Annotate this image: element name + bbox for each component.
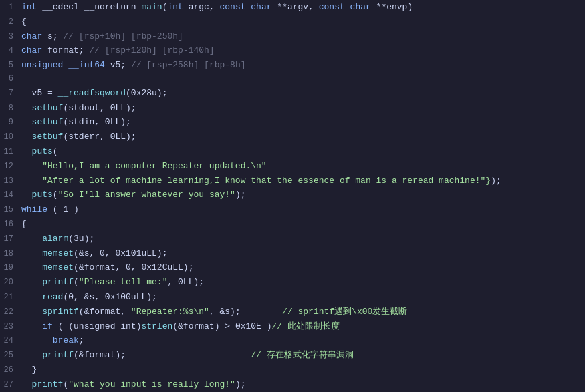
code-line: 20 printf("Please tell me:", 0LL);: [0, 275, 585, 290]
plain-token: , &s);: [209, 307, 282, 317]
line-number: 16: [0, 218, 19, 232]
line-content: break;: [19, 333, 585, 347]
code-line: 13 "After a lot of machine learning,I kn…: [0, 174, 585, 188]
code-editor: 1int __cdecl __noreturn main(int argc, c…: [0, 0, 585, 392]
line-number: 8: [0, 102, 19, 116]
plain-token: (stderr, 0LL);: [63, 132, 136, 142]
line-content: printf(&format); // 存在格式化字符串漏洞: [19, 348, 585, 362]
line-number: 27: [0, 379, 19, 392]
line-content: printf("what you input is really long!")…: [19, 377, 585, 391]
keyword-token: break: [53, 335, 79, 345]
line-content: alarm(3u);: [19, 232, 585, 246]
line-number: 26: [0, 364, 19, 377]
plain-token: [21, 321, 42, 331]
line-content: sprintf(&format, "Repeater:%s\n", &s); /…: [19, 305, 585, 319]
function-token: sprintf: [42, 307, 79, 317]
plain-token: (&format);: [74, 350, 251, 360]
code-line: 25 printf(&format); // 存在格式化字符串漏洞: [0, 348, 585, 363]
function-token: printf: [32, 379, 64, 389]
line-number: 13: [0, 175, 19, 188]
line-number: 23: [0, 321, 19, 334]
string-token: "Repeater:%s\n": [131, 307, 209, 317]
line-content: "After a lot of machine learning,I know …: [19, 174, 585, 188]
plain-token: (&format, 0, 0x12CuLL);: [74, 262, 193, 272]
line-content: unsigned __int64 v5; // [rsp+258h] [rbp-…: [19, 58, 585, 72]
line-number: 3: [0, 31, 19, 44]
line-number: 20: [0, 276, 19, 290]
plain-token: (: [74, 277, 79, 287]
comment-token: // [rsp+258h] [rbp-8h]: [131, 60, 246, 70]
code-line: 22 sprintf(&format, "Repeater:%s\n", &s)…: [0, 305, 585, 319]
line-number: 4: [0, 45, 19, 58]
code-line: 24 break;: [0, 333, 585, 348]
function-token: memset: [42, 248, 74, 258]
code-line: 3char s; // [rsp+10h] [rbp-250h]: [0, 29, 585, 44]
plain-token: v5;: [105, 60, 131, 70]
code-line: 4char format; // [rsp+120h] [rbp-140h]: [0, 43, 585, 58]
line-content: read(0, &s, 0x100uLL);: [19, 290, 585, 304]
keyword-token: char: [21, 45, 42, 55]
line-content: {: [19, 15, 585, 29]
line-number: 17: [0, 233, 19, 246]
code-line: 15while ( 1 ): [0, 202, 585, 217]
keyword-token: char: [251, 2, 271, 12]
plain-token: (: [53, 146, 58, 156]
plain-token: }: [21, 365, 37, 375]
line-number: 14: [0, 189, 19, 202]
line-number: 1: [0, 1, 19, 15]
line-number: 11: [0, 146, 19, 159]
function-token: main: [141, 2, 162, 12]
code-line: 6: [0, 73, 585, 86]
line-content: v5 = __readfsqword(0x28u);: [19, 86, 585, 100]
comment-zh-token: // 存在格式化字符串漏洞: [251, 350, 353, 360]
string-token: "So I'll answer whatever you say!": [58, 190, 235, 200]
function-token: setbuf: [32, 132, 64, 142]
code-line: 16{: [0, 217, 585, 232]
line-content: setbuf(stderr, 0LL);: [19, 130, 585, 144]
keyword-token: unsigned: [21, 60, 63, 70]
plain-token: argc,: [183, 2, 220, 12]
plain-token: [21, 379, 32, 389]
line-number: 2: [0, 16, 19, 29]
plain-token: [21, 161, 42, 171]
line-content: {: [19, 217, 585, 231]
plain-token: (: [53, 190, 58, 200]
code-line: 8 setbuf(stdout, 0LL);: [0, 101, 585, 116]
plain-token: [21, 248, 42, 258]
plain-token: (0x28u);: [126, 88, 167, 98]
line-content: while ( 1 ): [19, 202, 585, 216]
plain-token: **envp): [371, 2, 413, 12]
plain-token: );: [491, 176, 501, 186]
function-token: setbuf: [32, 103, 64, 113]
plain-token: [21, 117, 32, 127]
line-content: puts("So I'll answer whatever you say!")…: [19, 188, 585, 202]
plain-token: **argv,: [272, 2, 319, 12]
line-content: printf("Please tell me:", 0LL);: [19, 275, 585, 289]
string-token: "what you input is really long!": [68, 379, 235, 389]
code-line: 5unsigned __int64 v5; // [rsp+258h] [rbp…: [0, 58, 585, 73]
line-content: char format; // [rsp+120h] [rbp-140h]: [19, 43, 585, 57]
plain-token: (&format) > 0x10E ): [172, 321, 271, 331]
code-line: 2{: [0, 15, 585, 29]
plain-token: (stdin, 0LL);: [63, 117, 130, 127]
plain-token: [21, 262, 42, 272]
comment-token: // [rsp+120h] [rbp-140h]: [89, 45, 214, 55]
line-content: memset(&s, 0, 0x101uLL);: [19, 246, 585, 260]
plain-token: [21, 176, 42, 186]
plain-token: [21, 307, 42, 317]
function-token: read: [42, 292, 63, 302]
line-number: 22: [0, 306, 19, 319]
plain-token: [21, 335, 53, 345]
line-number: 9: [0, 116, 19, 130]
line-content: puts(: [19, 144, 585, 158]
keyword-token: if: [42, 321, 53, 331]
plain-token: , 0LL);: [167, 277, 204, 287]
function-token: printf: [42, 350, 74, 360]
code-line: 27 printf("what you input is really long…: [0, 377, 585, 392]
code-line: 10 setbuf(stderr, 0LL);: [0, 130, 585, 144]
plain-token: [21, 234, 42, 244]
code-line: 21 read(0, &s, 0x100uLL);: [0, 290, 585, 305]
plain-token: {: [21, 17, 27, 27]
plain-token: ( (unsigned int): [53, 321, 142, 331]
line-number: 7: [0, 87, 19, 101]
